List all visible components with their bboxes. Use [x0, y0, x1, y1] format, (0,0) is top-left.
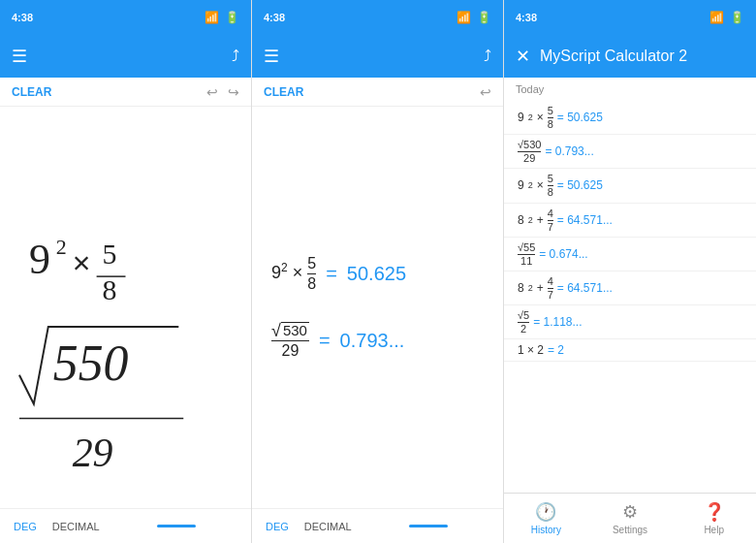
- history-item[interactable]: √5511 = 0.674...: [504, 238, 756, 272]
- expr2-num: √ 530: [271, 322, 309, 342]
- bottom-bar-2: DEG DECIMAL: [252, 508, 503, 543]
- history-item[interactable]: 1 × 2 = 2: [504, 339, 756, 362]
- nav-history[interactable]: 🕐 History: [504, 494, 588, 543]
- expr2-result: 0.793...: [340, 330, 405, 352]
- panel-computed: 4:38 📶 🔋 ☰ ⤴ CLEAR ↩ 92 × 5 8 =: [252, 0, 504, 543]
- svg-text:29: 29: [73, 431, 113, 475]
- history-item[interactable]: √52 = 1.118...: [504, 305, 756, 339]
- share-icon[interactable]: ⤴: [232, 48, 239, 65]
- expr2-den: 29: [282, 341, 299, 360]
- hist-expr: √53029 = 0.793...: [518, 139, 742, 164]
- computed-area: 92 × 5 8 = 50.625 √ 530: [252, 107, 503, 508]
- history-nav: 🕐 History ⚙ Settings ❓ Help: [504, 493, 756, 543]
- hist-expr: 82 + 47 = 64.571...: [518, 275, 742, 301]
- undo-icon-2[interactable]: ↩: [480, 84, 491, 100]
- nav-help[interactable]: ❓ Help: [672, 494, 756, 543]
- expr1-eq: =: [326, 263, 337, 285]
- handwriting-svg: 9 2 × 5 8 550 29: [0, 107, 251, 508]
- history-icon: 🕐: [535, 501, 556, 523]
- clear-button-1[interactable]: CLEAR: [12, 85, 51, 99]
- header-2: ☰ ⤴: [252, 35, 503, 78]
- status-bar-3: 4:38 📶 🔋: [504, 0, 756, 35]
- battery-icon: 🔋: [225, 11, 239, 24]
- status-time-1: 4:38: [12, 12, 33, 23]
- hist-result: = 50.625: [557, 178, 603, 192]
- deg-button-2[interactable]: DEG: [266, 521, 289, 532]
- status-time-2: 4:38: [264, 12, 285, 23]
- history-list[interactable]: 92 × 58 = 50.625 √53029 = 0.793... 92 × …: [504, 97, 756, 493]
- bottom-bar-1: DEG DECIMAL: [0, 508, 251, 543]
- hist-expr: 92 × 58 = 50.625: [518, 173, 742, 198]
- status-icons-1: 📶 🔋: [205, 11, 239, 24]
- expr1-base: 92 × 5 8: [271, 255, 316, 292]
- expr2-frac-wrap: √ 530 29: [271, 322, 309, 360]
- status-icons-3: 📶 🔋: [709, 11, 744, 24]
- svg-text:2: 2: [56, 235, 67, 259]
- hist-result: = 64.571...: [557, 213, 613, 227]
- expr-row-1: 92 × 5 8 = 50.625: [271, 255, 484, 292]
- hist-expr: √52 = 1.118...: [518, 309, 742, 335]
- hist-result: = 0.674...: [539, 247, 587, 261]
- history-title: MyScript Calculator 2: [540, 48, 687, 65]
- history-item[interactable]: 92 × 58 = 50.625: [504, 101, 756, 135]
- history-item[interactable]: 92 × 58 = 50.625: [504, 169, 756, 203]
- hist-expr: 82 + 47 = 64.571...: [518, 208, 742, 233]
- history-header: ✕ MyScript Calculator 2: [504, 35, 756, 78]
- history-section-label: Today: [504, 78, 756, 97]
- panel-history: 4:38 📶 🔋 ✕ MyScript Calculator 2 Today 9…: [504, 0, 756, 543]
- hist-result: = 0.793...: [545, 144, 593, 158]
- battery-icon-2: 🔋: [477, 11, 491, 24]
- menu-icon-2[interactable]: ☰: [264, 46, 279, 67]
- hist-result: = 50.625: [557, 111, 603, 124]
- history-item[interactable]: 82 + 47 = 64.571...: [504, 204, 756, 238]
- help-icon: ❓: [704, 501, 725, 523]
- svg-text:550: 550: [53, 335, 129, 391]
- bottom-indicator-1: [157, 525, 196, 527]
- nav-history-label: History: [531, 525, 561, 535]
- canvas-area-1[interactable]: 9 2 × 5 8 550 29: [0, 107, 251, 508]
- share-icon-2[interactable]: ⤴: [484, 48, 491, 65]
- nav-settings-label: Settings: [613, 525, 647, 535]
- expr1-den: 8: [307, 274, 316, 293]
- status-bar-1: 4:38 📶 🔋: [0, 0, 251, 35]
- redo-icon-1[interactable]: ↪: [228, 84, 239, 100]
- undo-redo-2: ↩: [480, 84, 491, 100]
- bottom-indicator-2: [409, 525, 448, 527]
- wifi-icon-3: 📶: [709, 11, 724, 24]
- deg-button-1[interactable]: DEG: [14, 521, 37, 532]
- toolbar-1: CLEAR ↩ ↪: [0, 78, 251, 107]
- hist-expr: 1 × 2 = 2: [518, 343, 742, 357]
- close-icon[interactable]: ✕: [516, 46, 530, 67]
- expr2-eq: =: [319, 330, 331, 352]
- status-icons-2: 📶 🔋: [457, 11, 491, 24]
- expr1-frac: 5 8: [307, 255, 316, 292]
- nav-help-label: Help: [704, 525, 724, 535]
- expr1-result: 50.625: [347, 263, 406, 285]
- hist-expr: 92 × 58 = 50.625: [518, 105, 742, 130]
- expr1-times: ×: [293, 263, 308, 282]
- svg-text:×: ×: [73, 245, 91, 280]
- undo-icon-1[interactable]: ↩: [206, 84, 218, 100]
- hist-expr: √5511 = 0.674...: [518, 241, 742, 267]
- expr-row-2: √ 530 29 = 0.793...: [271, 322, 484, 360]
- hist-result: = 64.571...: [557, 281, 613, 295]
- wifi-icon-2: 📶: [457, 11, 471, 24]
- sqrt-sign: √: [271, 322, 281, 339]
- history-item[interactable]: √53029 = 0.793...: [504, 135, 756, 169]
- panel-handwriting: 4:38 📶 🔋 ☰ ⤴ CLEAR ↩ ↪ 9 2 × 5 8: [0, 0, 252, 543]
- decimal-button-1[interactable]: DECIMAL: [52, 521, 100, 532]
- history-item[interactable]: 82 + 47 = 64.571...: [504, 272, 756, 305]
- sqrt-content: 530: [281, 322, 309, 339]
- svg-text:5: 5: [103, 238, 117, 270]
- settings-icon: ⚙: [622, 501, 638, 523]
- svg-text:9: 9: [29, 236, 50, 282]
- decimal-button-2[interactable]: DECIMAL: [304, 521, 352, 532]
- expr2-frac: √ 530 29: [271, 322, 309, 360]
- clear-button-2[interactable]: CLEAR: [264, 85, 303, 99]
- menu-icon[interactable]: ☰: [12, 46, 27, 67]
- toolbar-2: CLEAR ↩: [252, 78, 503, 107]
- undo-redo-1: ↩ ↪: [206, 84, 239, 100]
- svg-text:8: 8: [103, 273, 117, 305]
- nav-settings[interactable]: ⚙ Settings: [588, 494, 673, 543]
- header-1: ☰ ⤴: [0, 35, 251, 78]
